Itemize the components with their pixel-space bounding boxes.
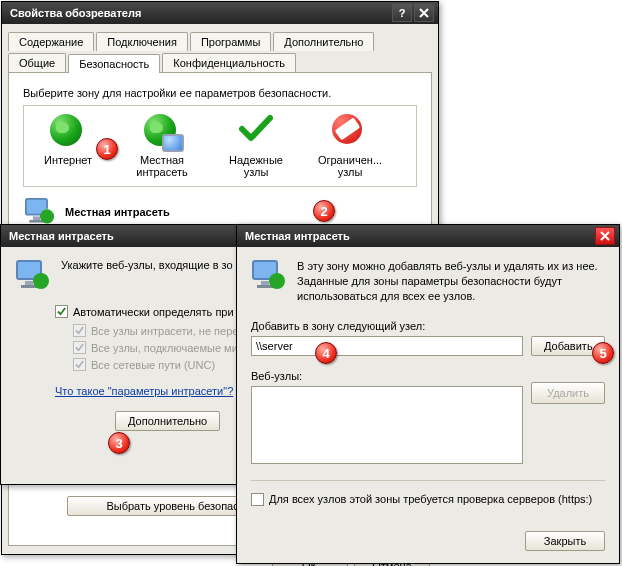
svg-point-7 — [33, 273, 49, 289]
close-button[interactable] — [595, 227, 615, 245]
zone-title: Местная интрасеть — [65, 206, 170, 218]
tab-content[interactable]: Содержание — [8, 32, 94, 51]
tab-connections[interactable]: Подключения — [96, 32, 188, 51]
svg-point-11 — [269, 273, 285, 289]
titlebar[interactable]: Свойства обозревателя ? — [2, 2, 438, 24]
intranet-icon — [15, 259, 51, 293]
intranet-icon — [23, 197, 57, 227]
tab-privacy[interactable]: Конфиденциальность — [162, 53, 296, 72]
tab-programs[interactable]: Программы — [190, 32, 271, 51]
intranet-help-link[interactable]: Что такое "параметры интрасети"? — [55, 385, 233, 397]
step-marker-5: 5 — [592, 342, 614, 364]
zone-label: узлы — [314, 166, 386, 178]
step-marker-3: 3 — [108, 432, 130, 454]
window-title: Местная интрасеть — [9, 230, 114, 242]
globe-icon — [50, 114, 86, 150]
close-button[interactable] — [414, 4, 434, 22]
zone-label: Интернет — [32, 154, 104, 166]
checkbox-icon — [73, 358, 86, 371]
check-icon — [238, 114, 274, 150]
zone-internet[interactable]: Интернет — [32, 114, 104, 178]
step-marker-1: 1 — [96, 138, 118, 160]
checkbox-label: Все узлы интрасети, не пере — [91, 325, 238, 337]
zone-label: Местная — [126, 154, 198, 166]
forbid-icon — [332, 114, 368, 150]
step-marker-4: 4 — [315, 342, 337, 364]
zone-list: Интернет Местная интрасеть Надежные узлы — [32, 114, 408, 178]
tabstrip: Содержание Подключения Программы Дополни… — [8, 32, 432, 72]
checkbox-icon — [251, 493, 264, 506]
zone-header: Местная интрасеть — [23, 197, 417, 227]
https-required-checkbox[interactable]: Для всех узлов этой зоны требуется прове… — [251, 493, 605, 506]
zone-label: Ограничен... — [314, 154, 386, 166]
tab-advanced[interactable]: Дополнительно — [273, 32, 374, 51]
checkbox-icon — [55, 305, 68, 318]
site-input[interactable] — [251, 336, 523, 356]
titlebar[interactable]: Местная интрасеть — [237, 225, 619, 247]
checkbox-label: Автоматически определять при — [73, 306, 234, 318]
svg-rect-5 — [25, 281, 33, 285]
globe-monitor-icon — [144, 114, 180, 150]
tab-security[interactable]: Безопасность — [68, 54, 160, 73]
window-title: Местная интрасеть — [245, 230, 350, 242]
svg-point-3 — [40, 209, 54, 223]
add-label: Добавить в зону следующий узел: — [251, 320, 605, 332]
dialog-desc: В эту зону можно добавлять веб-узлы и уд… — [297, 259, 605, 304]
intranet-sites-window: Местная интрасеть В эту зону можно добав… — [236, 224, 620, 564]
intranet-icon — [251, 259, 287, 293]
close-dialog-button[interactable]: Закрыть — [525, 531, 605, 551]
remove-button[interactable]: Удалить — [531, 382, 605, 404]
checkbox-label: Все узлы, подключаемые ми — [91, 342, 238, 354]
zone-label: Надежные — [220, 154, 292, 166]
zone-frame: Интернет Местная интрасеть Надежные узлы — [23, 105, 417, 187]
window-title: Свойства обозревателя — [10, 7, 141, 19]
svg-rect-1 — [33, 216, 40, 220]
zone-prompt: Выберите зону для настройки ее параметро… — [23, 87, 417, 99]
zone-label: узлы — [220, 166, 292, 178]
advanced-button[interactable]: Дополнительно — [115, 411, 220, 431]
step-marker-2: 2 — [313, 200, 335, 222]
zone-trusted[interactable]: Надежные узлы — [220, 114, 292, 178]
checkbox-label: Все сетевые пути (UNC) — [91, 359, 215, 371]
zone-label: интрасеть — [126, 166, 198, 178]
checkbox-label: Для всех узлов этой зоны требуется прове… — [269, 493, 592, 505]
nodes-label: Веб-узлы: — [251, 370, 605, 382]
tab-general[interactable]: Общие — [8, 53, 66, 72]
checkbox-icon — [73, 341, 86, 354]
zone-restricted[interactable]: Ограничен... узлы — [314, 114, 386, 178]
dialog-desc: Укажите веб-узлы, входящие в зо — [61, 259, 233, 271]
svg-rect-9 — [261, 281, 269, 285]
help-button[interactable]: ? — [392, 4, 412, 22]
checkbox-icon — [73, 324, 86, 337]
zone-intranet[interactable]: Местная интрасеть — [126, 114, 198, 178]
sites-listbox[interactable] — [251, 386, 523, 464]
